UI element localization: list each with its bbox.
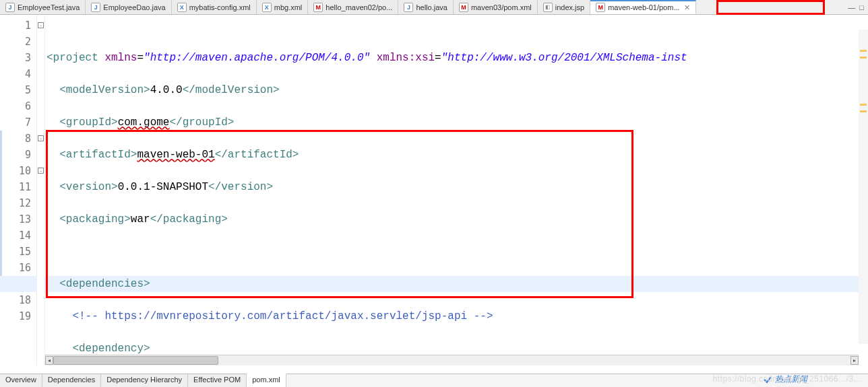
tab-index-jsp[interactable]: ◧index.jsp	[538, 0, 590, 14]
tab-hello-maven02[interactable]: Mhello_maven02/po...	[308, 0, 398, 14]
maven-icon: M	[596, 3, 605, 12]
xml-icon: X	[177, 3, 187, 12]
btab-dep-hierarchy[interactable]: Dependency Hierarchy	[101, 374, 188, 387]
java-icon: J	[5, 3, 15, 12]
editor-area: 1 2 3 4 5 6 7 8 9 10 11 12 13 14 15 16 1…	[0, 15, 868, 365]
tab-employeedao[interactable]: JEmployeeDao.java	[86, 0, 171, 14]
tab-label: maven03/pom.xml	[471, 3, 532, 11]
line-number: 7	[0, 114, 31, 131]
code-editor[interactable]: <project xmlns="http://maven.apache.org/…	[45, 15, 868, 365]
tab-employeetest[interactable]: JEmployeeTest.java	[0, 0, 86, 14]
line-number: 18	[0, 292, 31, 308]
tab-maven-web-01-pom[interactable]: Mmaven-web-01/pom...✕	[590, 0, 695, 14]
java-icon: J	[91, 3, 100, 12]
line-number: 4	[0, 66, 31, 82]
line-number: 1	[0, 17, 31, 34]
tab-label: mbg.xml	[274, 3, 303, 11]
scroll-left-button[interactable]: ◂	[45, 356, 53, 365]
fold-toggle[interactable]: -	[38, 22, 44, 28]
minimize-button[interactable]: —	[848, 3, 855, 11]
scroll-thumb[interactable]	[53, 356, 218, 365]
java-icon: J	[404, 3, 413, 12]
tab-label: hello.java	[416, 3, 447, 11]
close-icon[interactable]: ✕	[684, 3, 690, 12]
tab-maven03-pom[interactable]: Mmaven03/pom.xml	[454, 0, 538, 14]
fold-toggle[interactable]: -	[38, 135, 44, 141]
jsp-icon: ◧	[543, 3, 553, 12]
xml-icon: X	[262, 3, 272, 12]
scroll-right-button[interactable]: ▸	[850, 356, 859, 365]
line-number: 6	[0, 98, 31, 114]
tab-label: index.jsp	[555, 3, 584, 11]
fold-toggle[interactable]: -	[38, 168, 44, 174]
tab-mbg[interactable]: Xmbg.xml	[257, 0, 309, 14]
tab-label: maven-web-01/pom...	[608, 3, 679, 11]
fold-column: - - -	[37, 15, 45, 365]
line-number: 5	[0, 82, 31, 98]
btab-effective-pom[interactable]: Effective POM	[188, 374, 247, 387]
maven-icon: M	[313, 3, 323, 12]
tab-label: EmployeeDao.java	[103, 3, 165, 11]
btab-dependencies[interactable]: Dependencies	[42, 374, 101, 387]
btab-pom-xml[interactable]: pom.xml	[247, 374, 286, 387]
window-controls: — □	[844, 0, 868, 14]
tab-label: mybatis-config.xml	[189, 3, 251, 11]
tab-mybatis-config[interactable]: Xmybatis-config.xml	[172, 0, 257, 14]
line-number: 3	[0, 50, 31, 66]
btab-overview[interactable]: Overview	[0, 374, 42, 387]
maven-icon: M	[459, 3, 468, 12]
watermark-text: https://blog.csdn.net/qq_251066.../3...	[713, 374, 861, 384]
tab-hello-java[interactable]: Jhello.java	[398, 0, 453, 14]
tab-label: EmployeeTest.java	[18, 3, 80, 11]
line-number: 19	[0, 308, 31, 324]
editor-tab-bar: JEmployeeTest.java JEmployeeDao.java Xmy…	[0, 0, 868, 15]
tab-label: hello_maven02/po...	[326, 3, 392, 11]
line-number-gutter: 1 2 3 4 5 6 7 8 9 10 11 12 13 14 15 16 1…	[0, 15, 37, 365]
line-number: 2	[0, 34, 31, 50]
maximize-button[interactable]: □	[859, 3, 864, 11]
